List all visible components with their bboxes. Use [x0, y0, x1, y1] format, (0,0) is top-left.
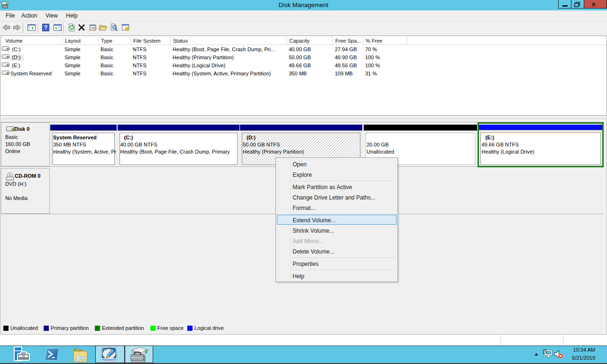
svg-text:?: ?: [44, 24, 47, 31]
